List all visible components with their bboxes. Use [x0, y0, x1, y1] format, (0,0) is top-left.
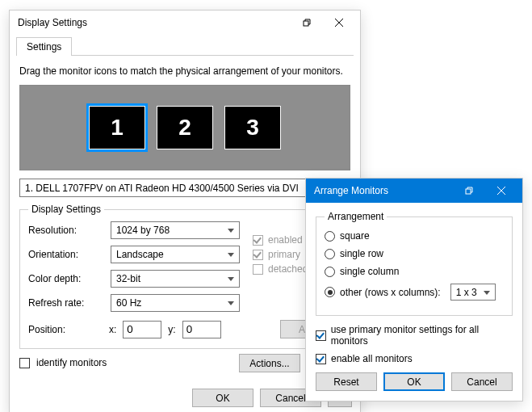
resolution-select[interactable]: 1024 by 768 — [111, 221, 240, 239]
color-depth-label: Color depth: — [28, 273, 103, 284]
radio-square[interactable]: square — [325, 230, 504, 242]
arrange-restore-icon[interactable] — [453, 179, 485, 202]
orientation-label: Orientation: — [28, 249, 103, 260]
group-label: Display Settings — [28, 204, 104, 215]
identify-monitors-label: identify monitors — [36, 357, 107, 368]
refresh-select[interactable]: 60 Hz — [111, 294, 240, 312]
enable-all-monitors-checkbox[interactable]: enable all monitors — [316, 353, 513, 364]
refresh-label: Refresh rate: — [28, 297, 103, 309]
restore-icon[interactable] — [291, 11, 323, 34]
monitor-select[interactable]: 1. DELL 1707FPV on ATI Radeon HD 4300/45… — [19, 179, 325, 197]
actions-button[interactable]: Actions... — [239, 354, 300, 372]
radio-single-row[interactable]: single row — [325, 248, 504, 259]
identify-monitors-checkbox[interactable] — [19, 358, 30, 368]
radio-single-column[interactable]: single column — [325, 266, 504, 277]
arrange-monitors-window: Arrange Monitors Arrangement square sing… — [305, 178, 523, 401]
position-label: Position: — [28, 324, 103, 335]
tab-strip: Settings — [16, 36, 354, 56]
x-label: x: — [109, 324, 116, 335]
resolution-label: Resolution: — [28, 225, 103, 236]
ok-button[interactable]: OK — [192, 389, 253, 407]
monitor-icon-2[interactable]: 2 — [157, 106, 213, 149]
other-dimensions-select[interactable]: 1 x 3 — [450, 284, 496, 301]
arrange-cancel-button[interactable]: Cancel — [451, 372, 513, 391]
arrange-ok-button[interactable]: OK — [383, 372, 445, 391]
arrangement-group-label: Arrangement — [325, 211, 387, 222]
position-y-input[interactable] — [182, 321, 221, 338]
color-depth-select[interactable]: 32-bit — [111, 270, 240, 288]
monitor-arrangement-area[interactable]: 1 2 3 — [19, 85, 350, 170]
arrange-close-icon[interactable] — [485, 179, 517, 202]
orientation-select[interactable]: Landscape — [111, 246, 240, 263]
close-icon[interactable] — [323, 11, 355, 34]
position-x-input[interactable] — [123, 321, 161, 338]
titlebar: Display Settings — [10, 11, 360, 35]
monitor-icon-3[interactable]: 3 — [224, 106, 281, 149]
svg-rect-5 — [466, 189, 471, 194]
monitor-icon-1[interactable]: 1 — [89, 106, 145, 149]
display-settings-group: Display Settings Resolution: 1024 by 768… — [19, 204, 350, 349]
use-primary-settings-checkbox[interactable]: use primary monitor settings for all mon… — [316, 324, 513, 347]
window-title: Display Settings — [18, 17, 291, 28]
arrange-title: Arrange Monitors — [314, 185, 453, 196]
arrange-reset-button[interactable]: Reset — [316, 372, 377, 391]
svg-rect-0 — [304, 21, 308, 26]
monitor-select-value: 1. DELL 1707FPV on ATI Radeon HD 4300/45… — [25, 183, 299, 194]
y-label: y: — [168, 324, 175, 335]
arrangement-group: Arrangement square single row single col… — [316, 211, 513, 316]
instruction-text: Drag the monitor icons to match the phys… — [19, 65, 350, 77]
arrange-titlebar: Arrange Monitors — [306, 179, 522, 203]
radio-other[interactable]: other (rows x columns): 1 x 3 — [325, 284, 504, 301]
tab-settings[interactable]: Settings — [16, 37, 72, 56]
